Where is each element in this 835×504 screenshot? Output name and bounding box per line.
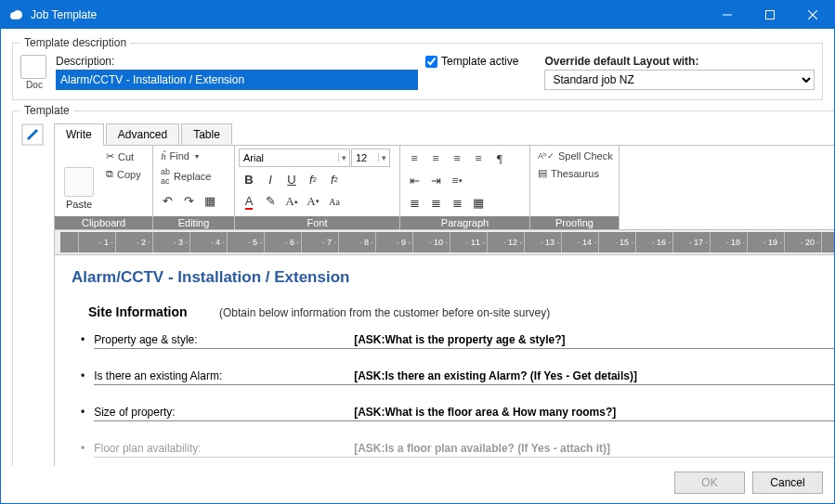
list-item: Is there an existing Alarm:[ASK:Is there… [98,369,835,385]
ribbon-group-paragraph: Paragraph [400,216,529,229]
ribbon: Paste ✂Cut ⧉Copy Clipboard ĥFin [55,146,835,230]
grow-font-button[interactable]: A▴ [281,191,302,212]
copy-icon: ⧉ [106,168,113,180]
borders-button[interactable]: ▦ [468,193,489,213]
site-info-label: Site Information [72,295,215,329]
indent-dec-button[interactable]: ⇤ [404,171,424,191]
cancel-button[interactable]: Cancel [752,472,823,494]
document-viewport[interactable]: Alarm/CCTV - Installation / Extension Si… [55,255,835,474]
tab-table[interactable]: Table [181,123,232,146]
list-item: Size of property:[ASK:What is the floor … [98,406,835,421]
copy-button[interactable]: ⧉Copy [102,166,145,182]
template-legend: Template [20,104,73,117]
find-icon: ĥ [161,150,166,162]
editor-area: Paste ✂Cut ⧉Copy Clipboard ĥFin [54,145,835,475]
description-input[interactable] [56,70,418,90]
indent-inc-button[interactable]: ⇥ [425,171,446,191]
underline-button[interactable]: U [281,169,302,189]
font-color-button[interactable]: A [239,191,259,212]
override-label: Override default Layout with: [544,55,815,68]
show-marks-button[interactable]: ¶ [489,149,510,169]
spellcheck-icon: Aᵇ✓ [538,151,554,161]
change-case-button[interactable]: Aa [324,191,345,212]
thesaurus-button[interactable]: ▤Thesaurus [534,165,617,181]
edit-icon [20,123,48,475]
font-family-combo[interactable]: Arial [239,149,350,167]
tab-advanced[interactable]: Advanced [106,123,179,146]
replace-icon: abac [161,167,170,186]
titlebar: Job Template [1,1,834,29]
spell-check-button[interactable]: Aᵇ✓Spell Check [534,149,617,163]
replace-button[interactable]: abacReplace [157,165,230,187]
superscript-button[interactable]: f2 [324,169,345,189]
outline-button[interactable]: ≣ [447,193,467,213]
site-info-note: (Obtain below information from the custo… [219,306,550,319]
template-description-legend: Template description [20,36,130,49]
template-group: Template Write Advanced Table [12,104,835,484]
line-spacing-button[interactable]: ≡▾ [447,171,467,191]
subscript-button[interactable]: f2 [303,169,323,189]
align-left-button[interactable]: ≡ [404,149,424,169]
template-active-label: Template active [441,55,518,68]
ruler[interactable]: · 1 ·· 2 ·· 3 ·· 4 · · 5 ·· 6 ·· 7 ·· 8 … [55,230,835,255]
select-all-button[interactable]: ▦ [200,191,220,212]
tab-write[interactable]: Write [54,123,104,146]
list-item: Property age & style:[ASK:What is the pr… [98,333,835,349]
override-select[interactable]: Standard job NZ [544,70,815,90]
maximize-button[interactable] [749,1,791,29]
app-icon [8,7,23,22]
minimize-button[interactable] [706,1,749,29]
svg-point-1 [13,10,22,19]
template-active-checkbox[interactable] [425,56,437,68]
window-title: Job Template [31,8,706,21]
align-justify-button[interactable]: ≡ [468,149,489,169]
ribbon-group-clipboard: Clipboard [55,216,152,229]
list-item: Floor plan availability:[ASK:Is a floor … [98,442,835,458]
scissors-icon: ✂ [106,150,114,162]
italic-button[interactable]: I [260,169,281,189]
shrink-font-button[interactable]: A▾ [303,191,323,212]
align-center-button[interactable]: ≡ [425,149,446,169]
highlight-button[interactable]: ✎ [260,191,281,212]
ribbon-group-editing: Editing [153,216,234,229]
font-size-combo[interactable]: 12 [351,149,390,167]
description-label: Description: [56,55,418,68]
close-button[interactable] [791,1,834,29]
svg-rect-3 [766,11,775,19]
redo-button[interactable]: ↷ [178,191,199,212]
undo-button[interactable]: ↶ [157,191,177,212]
book-icon: ▤ [538,167,547,179]
template-description-group: Template description Doc Description: Te… [12,36,823,100]
ok-button[interactable]: OK [674,472,745,494]
align-right-button[interactable]: ≡ [447,149,467,169]
numbering-button[interactable]: ≣ [425,193,446,213]
ribbon-group-proofing: Proofing [530,216,619,229]
find-button[interactable]: ĥFind▾ [157,149,230,163]
doc-title: Alarm/CCTV - Installation / Extension [72,268,835,287]
paste-button[interactable]: Paste [59,149,99,210]
cut-button[interactable]: ✂Cut [102,149,145,164]
doc-icon: Doc [20,55,48,90]
bullets-button[interactable]: ≣ [404,193,424,213]
ribbon-group-font: Font [235,216,399,229]
bold-button[interactable]: B [239,169,259,189]
dialog-footer: OK Cancel [1,466,834,503]
